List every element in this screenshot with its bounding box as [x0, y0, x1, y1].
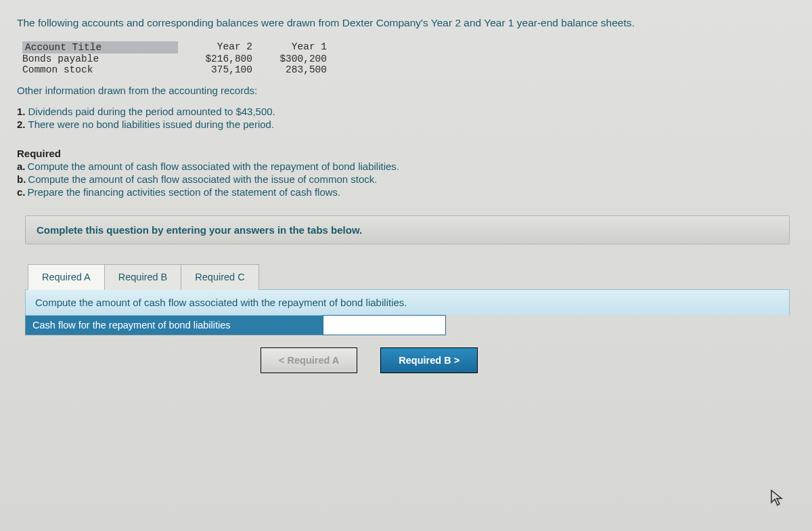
header-year2: Year 2 [178, 41, 252, 54]
cell-year1: $300,200 [252, 54, 327, 64]
next-button[interactable]: Required B > [380, 347, 478, 373]
answer-label: Cash flow for the repayment of bond liab… [26, 316, 323, 335]
cell-year2: 375,100 [178, 64, 252, 75]
required-letter: c. [17, 186, 26, 198]
tab-required-a[interactable]: Required A [28, 264, 105, 290]
note-number: 1. [17, 106, 26, 117]
cell-account-title: Common stock [22, 64, 178, 75]
problem-intro: The following accounts and corresponding… [17, 17, 802, 29]
required-item: b.Compute the amount of cash flow associ… [17, 173, 802, 185]
table-row: Common stock 375,100 283,500 [22, 64, 327, 75]
required-text: Prepare the financing activities section… [28, 186, 341, 198]
tabs: Required A Required B Required C [28, 263, 802, 289]
other-info-heading: Other information drawn from the account… [17, 85, 802, 96]
required-list: a.Compute the amount of cash flow associ… [17, 161, 802, 198]
required-heading: Required [17, 148, 802, 159]
nav-buttons: < Required A Required B > [261, 347, 802, 373]
instruction-banner: Complete this question by entering your … [25, 215, 790, 245]
tab-required-b[interactable]: Required B [105, 264, 182, 290]
note-text: There were no bond liabilities issued du… [28, 119, 275, 130]
note-item: 2.There were no bond liabilities issued … [17, 119, 802, 130]
required-item: a.Compute the amount of cash flow associ… [17, 161, 802, 172]
notes-list: 1.Dividends paid during the period amoun… [17, 106, 802, 130]
cursor-icon [770, 489, 785, 511]
required-text: Compute the amount of cash flow associat… [28, 161, 399, 172]
cell-year2: $216,800 [178, 54, 252, 64]
note-item: 1.Dividends paid during the period amoun… [17, 106, 802, 117]
table-header-row: Account Title Year 2 Year 1 [22, 41, 327, 54]
required-text: Compute the amount of cash flow associat… [28, 173, 377, 185]
required-item: c.Prepare the financing activities secti… [17, 186, 802, 198]
required-letter: b. [17, 173, 26, 185]
note-text: Dividends paid during the period amounte… [28, 106, 275, 117]
answer-input-cell [323, 316, 445, 335]
answer-table: Cash flow for the repayment of bond liab… [25, 315, 446, 335]
required-letter: a. [17, 161, 26, 172]
tab-required-c[interactable]: Required C [181, 264, 258, 290]
header-account-title: Account Title [22, 41, 178, 54]
cell-year1: 283,500 [252, 64, 327, 75]
tab-instruction: Compute the amount of cash flow associat… [25, 289, 790, 315]
prev-button: < Required A [261, 347, 357, 373]
note-number: 2. [17, 119, 26, 130]
cell-account-title: Bonds payable [22, 54, 178, 64]
answer-input[interactable] [323, 316, 445, 335]
account-table: Account Title Year 2 Year 1 Bonds payabl… [22, 41, 327, 75]
table-row: Bonds payable $216,800 $300,200 [22, 54, 327, 64]
tab-panel: Compute the amount of cash flow associat… [25, 289, 790, 335]
header-year1: Year 1 [252, 41, 327, 54]
